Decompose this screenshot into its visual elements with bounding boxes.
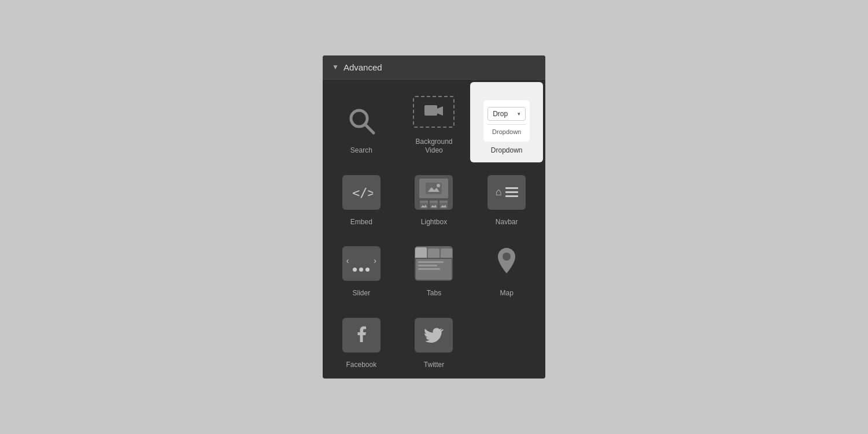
- search-label: Search: [350, 146, 372, 155]
- svg-point-14: [503, 253, 511, 261]
- grid-item-embed[interactable]: </> Embed: [325, 162, 398, 234]
- svg-rect-12: [439, 203, 448, 209]
- embed-label: Embed: [350, 218, 372, 227]
- grid-item-twitter[interactable]: Twitter: [398, 305, 471, 377]
- facebook-label: Facebook: [346, 361, 376, 370]
- home-icon: ⌂: [496, 186, 502, 198]
- panel-title: Advanced: [343, 62, 382, 72]
- slider-left-arrow-icon: ‹: [346, 256, 349, 265]
- svg-rect-8: [420, 203, 428, 209]
- lightbox-label: Lightbox: [421, 218, 447, 227]
- facebook-icon: [341, 314, 382, 356]
- svg-line-1: [365, 125, 374, 133]
- svg-text:</>: </>: [352, 186, 373, 200]
- dropdown-label: Dropdown: [491, 146, 523, 155]
- grid-item-dropdown[interactable]: Drop ▾ Dropdown Dropdown: [470, 82, 543, 162]
- background-video-icon: [413, 91, 455, 133]
- widget-grid: Search BackgroundVideo Drop ▾: [323, 80, 545, 379]
- map-icon: [486, 243, 527, 284]
- lightbox-icon: [413, 172, 455, 213]
- svg-rect-2: [424, 105, 437, 116]
- grid-item-lightbox[interactable]: Lightbox: [398, 162, 471, 234]
- slider-right-arrow-icon: ›: [374, 256, 376, 265]
- svg-marker-3: [437, 106, 443, 116]
- collapse-arrow-icon[interactable]: ▼: [332, 63, 339, 71]
- slider-label: Slider: [352, 289, 370, 298]
- tabs-label: Tabs: [427, 289, 441, 298]
- twitter-label: Twitter: [424, 361, 444, 370]
- twitter-icon: [413, 314, 455, 356]
- grid-item-background-video[interactable]: BackgroundVideo: [398, 82, 471, 162]
- map-label: Map: [500, 289, 513, 298]
- search-icon: [341, 100, 382, 142]
- svg-rect-10: [430, 203, 438, 209]
- grid-item-tabs[interactable]: Tabs: [398, 233, 471, 305]
- grid-item-search[interactable]: Search: [325, 82, 398, 162]
- background-video-label: BackgroundVideo: [415, 138, 452, 155]
- grid-item-slider[interactable]: ‹ › Slider: [325, 233, 398, 305]
- grid-item-map[interactable]: Map: [470, 233, 543, 305]
- slider-icon: ‹ ›: [341, 243, 382, 284]
- embed-icon: </>: [341, 172, 382, 213]
- grid-item-navbar[interactable]: ⌂ Navbar: [470, 162, 543, 234]
- advanced-panel: ▼ Advanced Search: [323, 55, 545, 379]
- navbar-icon: ⌂: [486, 172, 527, 213]
- tabs-icon: [413, 243, 455, 284]
- dropdown-icon: Drop ▾ Dropdown: [486, 100, 527, 142]
- panel-header: ▼ Advanced: [323, 55, 545, 80]
- grid-item-facebook[interactable]: Facebook: [325, 305, 398, 377]
- navbar-label: Navbar: [496, 218, 518, 227]
- svg-point-7: [437, 184, 440, 187]
